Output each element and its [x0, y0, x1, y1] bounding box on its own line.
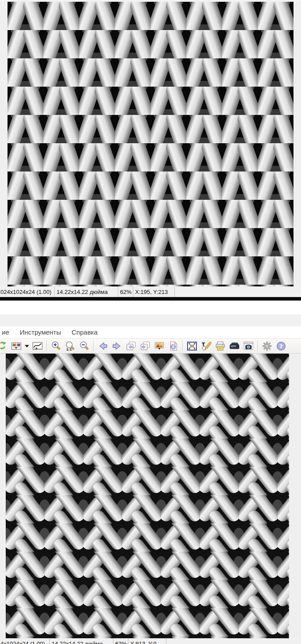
zoom-out-button[interactable]	[78, 339, 91, 353]
status-zoom: 62%	[113, 638, 128, 644]
status-cursor-position: X:813, Y:0	[128, 638, 166, 644]
zoom-actual-size-icon: 1:1	[65, 341, 75, 351]
toolbar-separator	[257, 340, 258, 351]
top-image-canvas[interactable]	[0, 2, 301, 286]
dropdown-arrow-icon	[24, 341, 30, 351]
annotate-icon: T	[201, 341, 211, 351]
status-empty	[166, 638, 301, 644]
slideshow-icon	[154, 341, 165, 351]
color-levels-icon	[11, 341, 22, 351]
menu-item-help[interactable]: Справка	[71, 328, 98, 336]
annotate-button[interactable]: T	[199, 339, 213, 353]
levels-dropdown-button[interactable]	[24, 339, 30, 353]
help-glyph: ?	[279, 343, 283, 349]
next-image-icon	[140, 341, 150, 351]
image-info-button[interactable]	[167, 339, 180, 353]
color-levels-button[interactable]	[10, 339, 23, 353]
status-cursor-position-text: X:195, Y:213	[135, 289, 168, 295]
status-empty	[175, 286, 301, 297]
curves-button[interactable]	[31, 339, 44, 353]
toolbar: 1:1	[0, 338, 301, 354]
print-button[interactable]	[214, 339, 227, 353]
scan-button[interactable]	[228, 339, 241, 353]
toolbar-separator	[46, 340, 47, 351]
print-icon	[215, 341, 226, 351]
forward-arrow-icon	[112, 341, 122, 351]
slideshow-button[interactable]	[153, 339, 166, 353]
forward-button[interactable]	[110, 339, 124, 353]
scanner-icon	[229, 341, 240, 351]
status-zoom-text: 62%	[120, 289, 132, 295]
status-print-size: 14.22x14.22 дюйма	[55, 286, 118, 297]
status-cursor-position: X:195, Y:213	[133, 286, 175, 297]
back-arrow-icon	[98, 341, 108, 351]
menu-item-tools[interactable]: Инструменты	[20, 328, 61, 336]
bottom-statusbar: 4x1024x24 (1.00) 14.22x14.22 дюйма 62% X…	[0, 638, 301, 644]
status-image-size: 4x1024x24 (1.00)	[0, 638, 50, 644]
desktop-gap	[0, 301, 301, 314]
zoom-in-icon	[51, 341, 61, 351]
status-image-size: 024x1024x24 (1.00)	[0, 286, 55, 297]
menubar: ие Инструменты Справка	[0, 326, 301, 338]
status-cursor-position-text: X:813, Y:0	[130, 640, 157, 644]
back-button[interactable]	[96, 339, 109, 353]
help-icon: ?	[276, 341, 286, 351]
refresh-icon	[0, 341, 7, 351]
status-image-size-text: 4x1024x24 (1.00)	[0, 640, 45, 644]
bottom-image-canvas[interactable]	[0, 354, 301, 638]
zoom-actual-size-button[interactable]: 1:1	[64, 339, 77, 353]
status-image-size-text: 024x1024x24 (1.00)	[0, 289, 52, 295]
settings-button[interactable]	[260, 339, 274, 353]
previous-image-button[interactable]	[124, 339, 138, 353]
status-print-size: 14.22x14.22 дюйма	[50, 638, 113, 644]
zoom-in-button[interactable]	[49, 339, 63, 353]
screen-capture-button[interactable]	[242, 339, 255, 353]
status-zoom: 62%	[118, 286, 133, 297]
zoom-actual-label: 1:1	[66, 348, 72, 351]
help-button[interactable]: ?	[275, 339, 288, 353]
window-bottom-border	[0, 297, 301, 301]
bottom-window-titlebar-area	[0, 314, 301, 326]
zoom-out-icon	[79, 341, 90, 351]
toolbar-separator	[182, 340, 183, 351]
woven-texture-image[interactable]	[6, 354, 289, 638]
refresh-button[interactable]	[0, 339, 9, 353]
toolbar-separator	[93, 340, 94, 351]
status-print-size-text: 14.22x14.22 дюйма	[52, 640, 103, 644]
status-print-size-text: 14.22x14.22 дюйма	[56, 289, 108, 295]
curves-icon	[32, 341, 43, 351]
knitted-texture-image[interactable]	[8, 2, 293, 286]
status-zoom-text: 62%	[115, 640, 127, 644]
next-image-button[interactable]	[139, 339, 152, 353]
menu-item-partial[interactable]: ие	[2, 328, 9, 336]
settings-gear-icon	[262, 341, 272, 351]
top-statusbar: 024x1024x24 (1.00) 14.22x14.22 дюйма 62%…	[0, 286, 301, 297]
fit-to-window-icon	[187, 341, 197, 351]
image-info-icon	[168, 341, 179, 351]
fit-to-window-button[interactable]	[185, 339, 199, 353]
previous-image-icon	[126, 341, 136, 351]
screen-capture-icon	[243, 341, 254, 351]
